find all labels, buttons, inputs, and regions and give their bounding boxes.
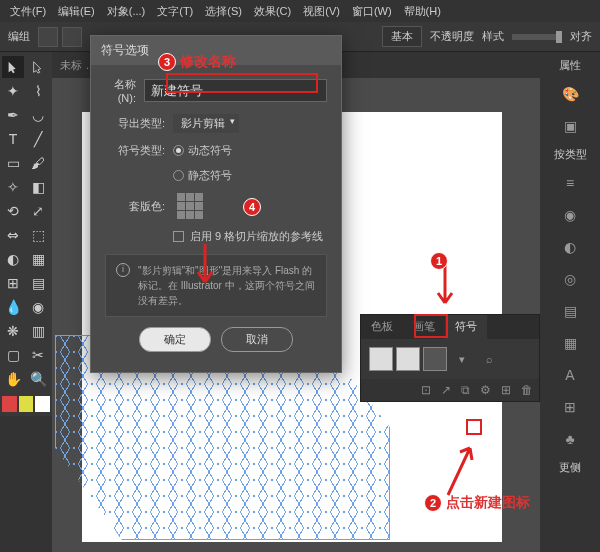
menu-view[interactable]: 视图(V): [297, 4, 346, 19]
menu-effect[interactable]: 效果(C): [248, 4, 297, 19]
eyedropper-tool[interactable]: 💧: [2, 296, 24, 318]
menu-bar: 文件(F) 编辑(E) 对象(...) 文字(T) 选择(S) 效果(C) 视图…: [0, 0, 600, 22]
registration-grid[interactable]: [177, 193, 203, 219]
char-icon-a[interactable]: A: [559, 364, 581, 386]
shape-builder-tool[interactable]: ◐: [2, 248, 24, 270]
radio-dynamic[interactable]: 动态符号: [173, 143, 232, 158]
red-box-symbols-tab: [414, 314, 448, 338]
tab-swatches[interactable]: 色板: [361, 315, 403, 339]
perspective-tool[interactable]: ▦: [27, 248, 49, 270]
menu-help[interactable]: 帮助(H): [398, 4, 447, 19]
artboard-tool[interactable]: ▢: [2, 344, 24, 366]
selection-tool[interactable]: [2, 56, 24, 78]
annotation-2: 2点击新建图标: [424, 494, 530, 512]
by-type-label[interactable]: 按类型: [554, 147, 587, 162]
zoom-tool[interactable]: 🔍: [27, 368, 49, 390]
radio-static[interactable]: 静态符号: [173, 168, 232, 183]
graph-tool[interactable]: ▥: [27, 320, 49, 342]
layers-icon[interactable]: ▤: [559, 300, 581, 322]
change-label[interactable]: 更侧: [559, 460, 581, 475]
line-tool[interactable]: ╱: [27, 128, 49, 150]
registration-label: 套版色:: [105, 199, 165, 214]
swatch-white[interactable]: [35, 396, 50, 412]
selection-label: 编组: [8, 29, 30, 44]
blend-tool[interactable]: ◉: [27, 296, 49, 318]
style-label: 样式: [482, 29, 504, 44]
menu-object[interactable]: 对象(...): [101, 4, 152, 19]
rectangle-tool[interactable]: ▭: [2, 152, 24, 174]
gradient-tool[interactable]: ▤: [27, 272, 49, 294]
type-tool[interactable]: T: [2, 128, 24, 150]
menu-window[interactable]: 窗口(W): [346, 4, 398, 19]
swatch-red[interactable]: [2, 396, 17, 412]
red-box-name-field: [166, 73, 318, 93]
symbol-type-label: 符号类型:: [105, 143, 165, 158]
basic-dropdown[interactable]: 基本: [382, 26, 422, 47]
symbol-thumb-3[interactable]: [423, 347, 447, 371]
menu-edit[interactable]: 编辑(E): [52, 4, 101, 19]
annotation-1: 1: [430, 252, 448, 270]
symbols-icon-club[interactable]: ♣: [559, 428, 581, 450]
red-box-new-icon: [466, 419, 482, 435]
symbol-thumb-1[interactable]: [369, 347, 393, 371]
menu-file[interactable]: 文件(F): [4, 4, 52, 19]
symbol-link-icon[interactable]: ⌕: [477, 347, 501, 371]
libraries-icon[interactable]: ▣: [559, 115, 581, 137]
cancel-button[interactable]: 取消: [221, 327, 293, 352]
swatch-yellow[interactable]: [19, 396, 34, 412]
symbol-options-icon[interactable]: ⚙: [480, 383, 491, 397]
symbol-sprayer-tool[interactable]: ❋: [2, 320, 24, 342]
properties-label[interactable]: 属性: [559, 58, 581, 73]
free-transform-tool[interactable]: ⬚: [27, 224, 49, 246]
opacity-label: 不透明度: [430, 29, 474, 44]
asset-icon[interactable]: ▦: [559, 332, 581, 354]
symbol-thumb-2[interactable]: [396, 347, 420, 371]
hand-tool[interactable]: ✋: [2, 368, 24, 390]
libraries-menu-icon[interactable]: ⊡: [421, 383, 431, 397]
toolbox: ✦ ⌇ ✒ ◡ T ╱ ▭ 🖌 ✧ ◧ ⟲ ⤢ ⇔ ⬚ ◐ ▦ ⊞ ▤ 💧 ◉ …: [0, 52, 52, 416]
color-swatches: [2, 396, 50, 412]
pen-tool[interactable]: ✒: [2, 104, 24, 126]
fill-swatch[interactable]: [38, 27, 58, 47]
eraser-tool[interactable]: ◧: [27, 176, 49, 198]
color-panel-icon[interactable]: 🎨: [559, 83, 581, 105]
lasso-tool[interactable]: ⌇: [27, 80, 49, 102]
mesh-tool[interactable]: ⊞: [2, 272, 24, 294]
place-symbol-icon[interactable]: ↗: [441, 383, 451, 397]
opacity-slider[interactable]: [512, 34, 562, 40]
symbols-panel: 色板 画笔 符号 ▾ ⌕ ⊡ ↗ ⧉ ⚙ ⊞ 🗑: [360, 314, 540, 402]
menu-select[interactable]: 选择(S): [199, 4, 248, 19]
appearance-icon[interactable]: ◎: [559, 268, 581, 290]
gradient-panel-icon[interactable]: ◉: [559, 204, 581, 226]
ok-button[interactable]: 确定: [139, 327, 211, 352]
tab-prefix: 未标: [60, 58, 82, 73]
annotation-4: 4: [243, 198, 261, 216]
tab-symbols[interactable]: 符号: [445, 315, 487, 339]
align-panel-icon[interactable]: ⊞: [559, 396, 581, 418]
magic-wand-tool[interactable]: ✦: [2, 80, 24, 102]
align-label: 对齐: [570, 29, 592, 44]
arrow-4: [190, 242, 220, 292]
rotate-tool[interactable]: ⟲: [2, 200, 24, 222]
slice-tool[interactable]: ✂: [27, 344, 49, 366]
delete-symbol-icon[interactable]: 🗑: [521, 383, 533, 397]
scale-tool[interactable]: ⤢: [27, 200, 49, 222]
export-type-dropdown[interactable]: 影片剪辑: [173, 114, 239, 133]
direct-selection-tool[interactable]: [27, 56, 49, 78]
break-link-icon[interactable]: ⧉: [461, 383, 470, 397]
name-label: 名称(N):: [105, 77, 136, 104]
new-symbol-icon[interactable]: ⊞: [501, 383, 511, 397]
export-type-label: 导出类型:: [105, 116, 165, 131]
width-tool[interactable]: ⇔: [2, 224, 24, 246]
symbol-dropdown[interactable]: ▾: [450, 347, 474, 371]
right-dock: 属性 🎨 ▣ 按类型 ≡ ◉ ◐ ◎ ▤ ▦ A ⊞ ♣ 更侧: [540, 52, 600, 552]
menu-type[interactable]: 文字(T): [151, 4, 199, 19]
info-icon: i: [116, 263, 130, 277]
stroke-swatch[interactable]: [62, 27, 82, 47]
arrow-2: [438, 440, 478, 500]
curvature-tool[interactable]: ◡: [27, 104, 49, 126]
shaper-tool[interactable]: ✧: [2, 176, 24, 198]
transparency-icon[interactable]: ◐: [559, 236, 581, 258]
stroke-panel-icon[interactable]: ≡: [559, 172, 581, 194]
brush-tool[interactable]: 🖌: [27, 152, 49, 174]
